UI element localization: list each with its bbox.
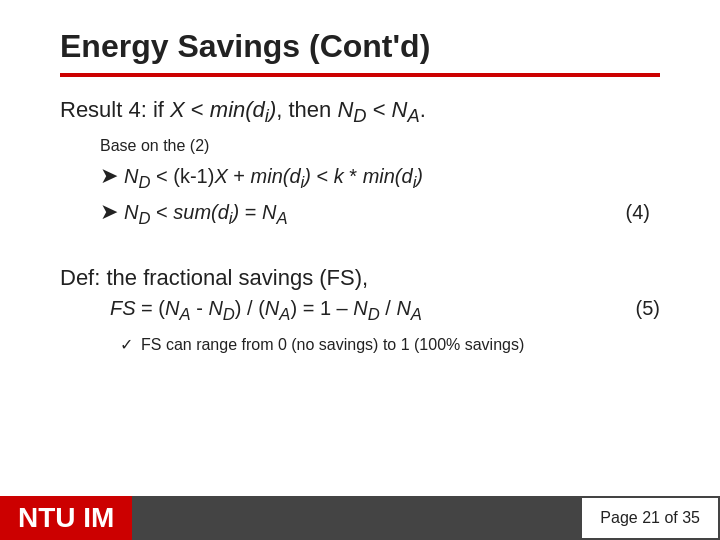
arrow2-eq-line: ➤ ND < sum(di) = NA (4) (100, 199, 660, 235)
page-number: Page 21 of 35 (580, 496, 720, 540)
indent-block: Base on the (2) ➤ ND < (k-1)X + min(di) … (60, 137, 660, 235)
title-underline (60, 73, 660, 77)
result4-na: NA (392, 97, 420, 122)
def-section: Def: the fractional savings (FS), FS = (… (60, 265, 660, 354)
base-on-text: Base on the (2) (100, 137, 660, 155)
arrow1-line: ➤ ND < (k-1)X + min(di) < k * min(di) (100, 163, 660, 193)
arrow1-content: ND < (k-1)X + min(di) < k * min(di) (124, 165, 423, 193)
bottom-bar: NTU IM Page 21 of 35 (0, 496, 720, 540)
result4-min: min(di) (210, 97, 276, 122)
arrow2-content: ND < sum(di) = NA (124, 201, 288, 229)
checkmark-icon: ✓ (120, 335, 133, 354)
formula-content: FS = (NA - ND) / (NA) = 1 – ND / NA (110, 297, 422, 325)
slide-title: Energy Savings (Cont'd) (60, 28, 660, 73)
result4-nd: ND (337, 97, 366, 122)
content-area: Result 4: if X < min(di), then ND < NA. … (0, 77, 720, 354)
check-text: FS can range from 0 (no savings) to 1 (1… (141, 336, 524, 354)
arrow1-icon: ➤ (100, 163, 118, 189)
title-area: Energy Savings (Cont'd) (0, 0, 720, 77)
def-line: Def: the fractional savings (FS), (60, 265, 660, 291)
slide: Energy Savings (Cont'd) Result 4: if X <… (0, 0, 720, 540)
arrow2-icon: ➤ (100, 199, 118, 225)
arrow2-line: ➤ ND < sum(di) = NA (100, 199, 626, 229)
bottom-middle-bar (132, 496, 580, 540)
result4-line: Result 4: if X < min(di), then ND < NA. (60, 97, 660, 127)
formula-line: FS = (NA - ND) / (NA) = 1 – ND / NA (5) (60, 297, 660, 325)
eq-number-4: (4) (626, 201, 660, 224)
result4-x: X (170, 97, 185, 122)
eq-number-5: (5) (636, 297, 660, 320)
checkmark-line: ✓ FS can range from 0 (no savings) to 1 … (60, 335, 660, 354)
ntu-label: NTU IM (0, 496, 132, 540)
